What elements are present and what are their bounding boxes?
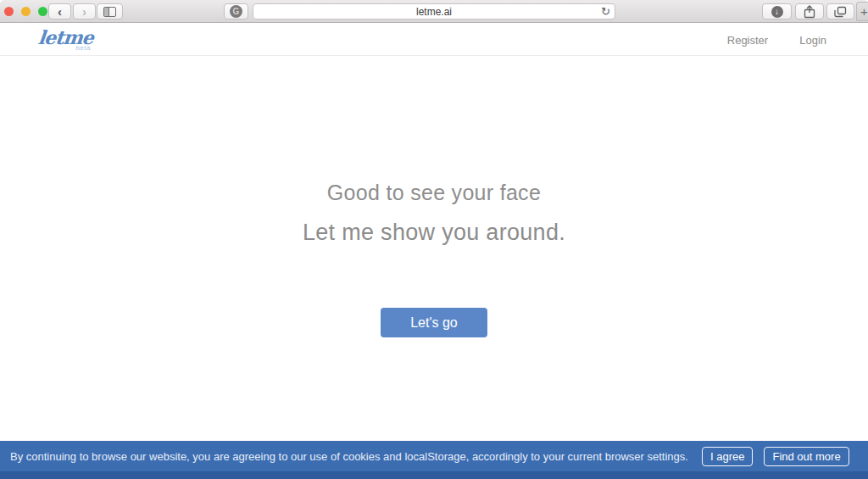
new-tab-button[interactable]: + <box>856 2 868 21</box>
sidebar-icon <box>103 7 116 17</box>
site-header: letme beta Register Login <box>0 24 868 56</box>
browser-window: ‹ › G letme.ai ↻ ↓ <box>0 0 868 479</box>
url-text: letme.ai <box>253 4 615 19</box>
zoom-window-button[interactable] <box>38 7 47 16</box>
subtitle-heading: Let me show you around. <box>0 220 868 246</box>
tabs-icon <box>834 6 847 18</box>
lets-go-button[interactable]: Let's go <box>381 308 487 337</box>
find-out-more-button[interactable]: Find out more <box>764 447 849 466</box>
window-controls <box>4 7 47 16</box>
browser-toolbar: ‹ › G letme.ai ↻ ↓ <box>0 0 868 23</box>
extension-icon: G <box>230 5 242 18</box>
address-bar[interactable]: letme.ai ↻ <box>253 3 615 19</box>
back-button[interactable]: ‹ <box>48 3 71 19</box>
forward-icon: › <box>82 4 86 19</box>
logo[interactable]: letme beta <box>38 26 91 52</box>
plus-icon: + <box>860 4 868 19</box>
cookie-message: By continuing to browse our website, you… <box>10 450 688 463</box>
agree-button[interactable]: I agree <box>702 447 753 466</box>
page-content: letme beta Register Login Good to see yo… <box>0 24 868 479</box>
share-button[interactable] <box>795 3 824 19</box>
main-content: Good to see your face Let me show you ar… <box>0 56 868 337</box>
close-window-button[interactable] <box>4 7 14 16</box>
share-icon <box>804 5 815 19</box>
footer-strip <box>0 471 868 479</box>
site-nav: Register Login <box>727 24 826 56</box>
logo-text: letme <box>37 26 92 48</box>
cookie-banner: By continuing to browse our website, you… <box>0 441 868 471</box>
sidebar-toggle-button[interactable] <box>97 3 123 19</box>
back-icon: ‹ <box>58 4 62 19</box>
login-link[interactable]: Login <box>799 34 826 47</box>
tab-overview-button[interactable] <box>826 3 854 19</box>
forward-button[interactable]: › <box>73 3 96 19</box>
download-icon: ↓ <box>771 6 783 18</box>
register-link[interactable]: Register <box>727 34 768 47</box>
cookie-actions: I agree Find out more <box>702 447 849 466</box>
refresh-icon[interactable]: ↻ <box>601 5 610 18</box>
extension-button[interactable]: G <box>224 3 248 19</box>
downloads-button[interactable]: ↓ <box>762 3 792 19</box>
greeting-heading: Good to see your face <box>0 56 868 205</box>
minimize-window-button[interactable] <box>21 7 31 16</box>
